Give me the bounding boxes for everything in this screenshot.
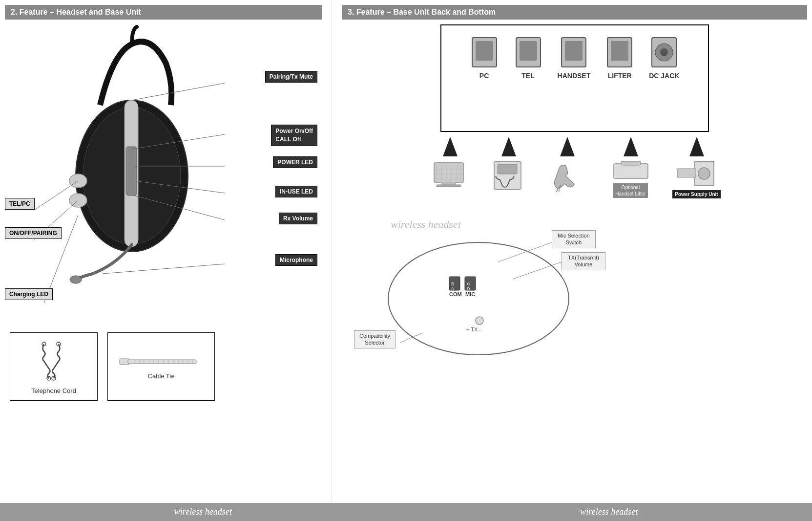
handset-device-icon <box>548 159 587 193</box>
handset-port-label: HANDSET <box>558 72 591 80</box>
left-title: 2. Feature – Headset and Base Unit <box>11 8 141 16</box>
right-title: 3. Feature – Base Unit Back and Bottom <box>348 8 496 16</box>
footer-right: wireless headset <box>406 503 812 521</box>
footer-right-text: wireless headset <box>580 507 638 517</box>
svg-point-65 <box>388 242 569 355</box>
svg-rect-21 <box>128 360 196 364</box>
on-off-pairing-label: ON/OFF/PAIRING <box>5 227 62 239</box>
right-panel: 3. Feature – Base Unit Back and Bottom P… <box>332 0 812 503</box>
pc-port-icon <box>470 35 499 69</box>
headset-svg <box>5 24 327 323</box>
main-content: 2. Feature – Headset and Base Unit <box>0 0 812 503</box>
svg-line-12 <box>103 264 225 274</box>
in-use-led-label: IN-USE LED <box>275 186 317 197</box>
dc-jack-label: DC JACK <box>649 72 679 80</box>
tel-arrow <box>501 137 516 156</box>
optional-handset-lifter-label: OptionalHandset Lifter <box>613 183 647 198</box>
charging-led-label: Charging LED <box>5 288 53 300</box>
pc-arrow <box>443 137 458 156</box>
svg-text:COM: COM <box>449 291 462 297</box>
lifter-port-icon <box>605 35 634 69</box>
svg-rect-47 <box>441 182 456 185</box>
svg-rect-40 <box>565 41 583 61</box>
tel-arrow-item <box>482 137 536 198</box>
compatibility-selector-label: Compatibility Selector <box>354 330 396 348</box>
svg-rect-38 <box>520 41 537 61</box>
port-tel: TEL <box>514 35 543 80</box>
pairing-tx-mute-label: Pairing/Tx Mute <box>265 71 317 83</box>
svg-text:C: C <box>467 282 470 286</box>
ports-row: PC TEL <box>470 35 680 80</box>
svg-point-45 <box>660 48 668 56</box>
tel-pc-label: TEL/PC <box>5 198 35 210</box>
svg-point-6 <box>70 276 82 283</box>
svg-rect-61 <box>621 161 641 165</box>
headset-diagram: Pairing/Tx Mute Power On/Off CALL Off PO… <box>5 24 327 327</box>
mic-selection-switch-label: Mic Selection Switch <box>552 230 596 248</box>
lifter-arrow-item: OptionalHandset Lifter <box>599 137 663 198</box>
svg-point-74 <box>476 317 483 325</box>
left-section-header: 2. Feature – Headset and Base Unit <box>5 5 322 20</box>
cable-tie-box: Cable Tie <box>107 332 215 401</box>
handset-arrow-item <box>541 137 594 198</box>
lifter-port-label: LIFTER <box>608 72 632 80</box>
power-on-off-label: Power On/Off CALL Off <box>271 125 317 146</box>
svg-line-7 <box>132 83 225 100</box>
dc-jack-arrow <box>689 137 704 156</box>
port-pc: PC <box>470 35 499 80</box>
svg-text:A: A <box>451 286 454 291</box>
svg-rect-42 <box>611 41 628 61</box>
power-supply-icon <box>675 159 719 188</box>
rx-volume-label: Rx Volume <box>279 213 317 224</box>
cable-tie-icon <box>117 354 205 369</box>
handset-arrow <box>560 137 575 156</box>
power-supply-label: Power Supply Unit <box>672 190 720 198</box>
svg-rect-59 <box>498 164 517 174</box>
footer-left: wireless headset <box>0 503 406 521</box>
footer-left-text: wireless headset <box>174 507 232 517</box>
port-handset: HANDSET <box>558 35 591 80</box>
dc-jack-arrow-item: Power Supply Unit <box>667 137 726 198</box>
circle-diagram-container: wireless headset B A C D COM MIC <box>342 213 684 360</box>
svg-text:MIC: MIC <box>465 291 475 297</box>
pc-device-icon <box>431 159 470 193</box>
cable-tie-label: Cable Tie <box>148 372 175 380</box>
computer-icon <box>432 160 468 192</box>
svg-text:D: D <box>467 286 470 291</box>
svg-line-77 <box>513 262 562 279</box>
svg-rect-3 <box>126 147 137 195</box>
lifter-device-icon: OptionalHandset Lifter <box>602 159 660 198</box>
base-back-diagram: PC TEL <box>440 24 709 132</box>
telephone-cord-box: Telephone Cord <box>10 332 98 401</box>
handset-port-icon <box>559 35 588 69</box>
telephone-cord-label: Telephone Cord <box>31 387 76 394</box>
lifter-icon <box>611 159 650 182</box>
power-led-label: POWER LED <box>273 156 317 168</box>
port-dc-jack: DC JACK <box>649 35 679 80</box>
lifter-arrow <box>624 137 638 156</box>
svg-rect-60 <box>614 164 648 178</box>
telephone-cord-icon <box>34 339 73 383</box>
accessories-row: Telephone Cord <box>5 332 322 401</box>
power-supply-device: Power Supply Unit <box>672 159 720 198</box>
svg-rect-36 <box>476 41 493 61</box>
svg-rect-48 <box>437 185 461 187</box>
pc-arrow-item <box>423 137 477 198</box>
dc-jack-icon <box>649 35 679 69</box>
tel-port-icon <box>514 35 543 69</box>
svg-rect-63 <box>677 169 696 177</box>
tx-volume-label: TX(Transmit) Volume <box>562 252 605 270</box>
svg-text:+ TX -: + TX - <box>466 326 481 332</box>
telephone-icon <box>490 160 527 192</box>
svg-text:B: B <box>451 282 454 286</box>
footer-bar: wireless headset wireless headset <box>0 503 812 521</box>
handset-icon <box>549 160 585 192</box>
svg-point-64 <box>698 168 710 179</box>
left-panel: 2. Feature – Headset and Base Unit <box>0 0 332 503</box>
microphone-label: Microphone <box>275 254 317 266</box>
port-lifter: LIFTER <box>605 35 634 80</box>
pc-port-label: PC <box>479 72 489 80</box>
right-section-header: 3. Feature – Base Unit Back and Bottom <box>342 5 807 20</box>
svg-rect-46 <box>434 163 463 182</box>
tel-device-icon <box>489 159 528 193</box>
